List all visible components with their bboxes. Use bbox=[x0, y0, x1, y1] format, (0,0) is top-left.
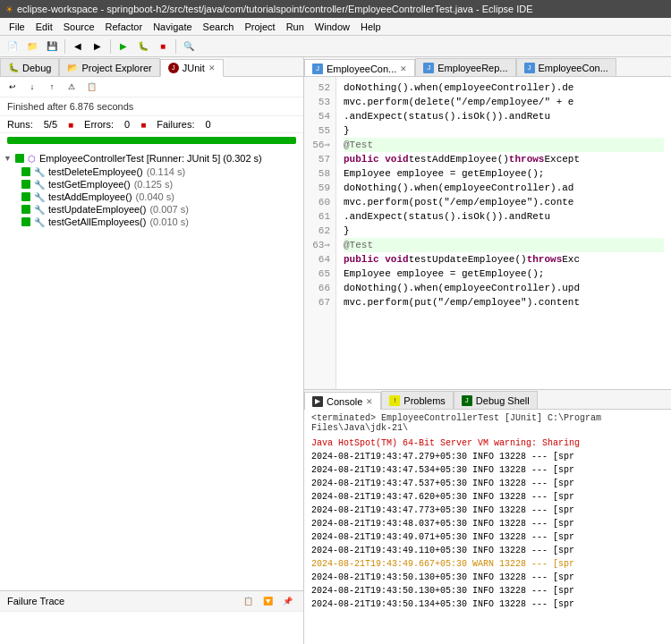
test-delete-status-icon bbox=[21, 167, 30, 176]
menu-help[interactable]: Help bbox=[355, 20, 386, 34]
editor-tab-3[interactable]: J EmployeeCon... bbox=[516, 58, 616, 76]
console-line-5: 2024-08-21T19:43:47.773+05:30 INFO 13228… bbox=[311, 504, 664, 517]
test-case-get[interactable]: 🔧 testGetEmployee() (0.125 s) bbox=[0, 178, 303, 191]
junit-panel: ↩ ↓ ↑ ⚠ 📋 Finished after 6.876 seconds R… bbox=[0, 77, 303, 644]
editor-tab-3-icon: J bbox=[524, 63, 535, 73]
failure-icon: ■ bbox=[140, 120, 146, 130]
test-case-getall[interactable]: 🔧 testGetAllEmployees() (0.010 s) bbox=[0, 216, 303, 228]
toolbar-save-btn[interactable]: 💾 bbox=[43, 38, 61, 55]
toolbar-debug-btn[interactable]: 🐛 bbox=[134, 38, 152, 55]
test-case-add[interactable]: 🔧 testAddEmployee() (0.040 s) bbox=[0, 191, 303, 203]
tab-debug[interactable]: 🐛 Debug bbox=[0, 58, 59, 76]
code-line-59: doNothing().when(employeeController).ad bbox=[344, 181, 664, 195]
failures-label: Failures: bbox=[157, 119, 194, 130]
toolbar-new-btn[interactable]: 📄 bbox=[4, 38, 21, 55]
toolbar-open-btn[interactable]: 📁 bbox=[23, 38, 41, 55]
line-numbers: 52 53 54 55 56⇒ 57 58 59 60 61 62 63⇒ 64… bbox=[304, 77, 336, 389]
project-explorer-icon: 📂 bbox=[67, 63, 78, 72]
console-line-9: 2024-08-21T19:43:49.667+05:30 WARN 13228… bbox=[311, 557, 664, 571]
left-panel-tabs: 🐛 Debug 📂 Project Explorer J JUnit ✕ bbox=[0, 57, 303, 77]
tab-console-close[interactable]: ✕ bbox=[366, 397, 373, 406]
expand-icon: ▼ bbox=[4, 154, 12, 163]
test-add-status-icon bbox=[21, 192, 30, 201]
test-update-label: testUpdateEmployee() bbox=[48, 204, 146, 215]
failure-trace-toolbar: 📋 🔽 📌 bbox=[239, 593, 296, 609]
failure-trace-header: Failure Trace 📋 🔽 📌 bbox=[0, 591, 303, 612]
tab-debug-shell[interactable]: J Debug Shell bbox=[454, 391, 538, 409]
toolbar-back-btn[interactable]: ◀ bbox=[69, 38, 87, 55]
menu-refactor[interactable]: Refactor bbox=[100, 20, 149, 34]
console-line-4: 2024-08-21T19:43:47.620+05:30 INFO 13228… bbox=[311, 490, 664, 504]
toolbar-stop-btn[interactable]: ■ bbox=[154, 38, 172, 55]
tab-problems[interactable]: ! Problems bbox=[381, 391, 453, 409]
failure-trace-filter-btn[interactable]: 🔽 bbox=[259, 593, 276, 609]
console-line-11: 2024-08-21T19:43:50.130+05:30 INFO 13228… bbox=[311, 584, 664, 597]
failure-trace-pin-btn[interactable]: 📌 bbox=[278, 593, 296, 609]
left-panel: 🐛 Debug 📂 Project Explorer J JUnit ✕ ↩ ↓… bbox=[0, 57, 304, 644]
code-line-55: } bbox=[344, 123, 664, 138]
progress-bar bbox=[7, 137, 296, 144]
failures-value: 0 bbox=[205, 119, 210, 130]
code-line-52: doNothing().when(employeeController).de bbox=[344, 80, 664, 95]
debug-icon: 🐛 bbox=[8, 63, 19, 72]
junit-next-failure-btn[interactable]: ↓ bbox=[23, 79, 41, 95]
editor-tab-2[interactable]: J EmployeeRep... bbox=[415, 58, 515, 76]
tab-project-explorer[interactable]: 📂 Project Explorer bbox=[59, 58, 159, 76]
tab-junit-label: JUnit bbox=[183, 63, 205, 73]
failure-trace-copy-btn[interactable]: 📋 bbox=[239, 593, 257, 609]
runs-label: Runs: bbox=[7, 119, 33, 130]
tab-junit[interactable]: J JUnit ✕ bbox=[160, 59, 224, 77]
errors-label: Errors: bbox=[84, 119, 114, 130]
test-get-status-icon bbox=[21, 180, 30, 189]
test-get-time: (0.125 s) bbox=[134, 179, 173, 190]
toolbar-search-btn[interactable]: 🔍 bbox=[180, 38, 198, 55]
runs-value: 5/5 bbox=[44, 119, 57, 130]
junit-history-btn[interactable]: 📋 bbox=[82, 79, 100, 95]
menu-run[interactable]: Run bbox=[281, 20, 310, 34]
tab-console[interactable]: ▶ Console ✕ bbox=[304, 392, 381, 410]
console-line-6: 2024-08-21T19:43:48.037+05:30 INFO 13228… bbox=[311, 517, 664, 530]
menu-file[interactable]: File bbox=[4, 20, 30, 34]
menu-source[interactable]: Source bbox=[58, 20, 100, 34]
toolbar: 📄 📁 💾 ◀ ▶ ▶ 🐛 ■ 🔍 bbox=[0, 36, 671, 57]
code-line-62: } bbox=[344, 224, 664, 238]
menu-project[interactable]: Project bbox=[239, 20, 280, 34]
console-line-8: 2024-08-21T19:43:49.110+05:30 INFO 13228… bbox=[311, 544, 664, 557]
console-line-2: 2024-08-21T19:43:47.534+05:30 INFO 13228… bbox=[311, 463, 664, 477]
junit-icon: J bbox=[168, 63, 179, 73]
junit-finished-text: Finished after 6.876 seconds bbox=[7, 101, 133, 112]
error-icon: ■ bbox=[68, 120, 73, 130]
test-add-time: (0.040 s) bbox=[136, 191, 174, 202]
toolbar-forward-btn[interactable]: ▶ bbox=[89, 38, 106, 55]
console-line-7: 2024-08-21T19:43:49.071+05:30 INFO 13228… bbox=[311, 530, 664, 544]
code-line-67: mvc.perform(put("/emp/employee").content bbox=[344, 295, 664, 309]
tab-project-explorer-label: Project Explorer bbox=[81, 63, 151, 73]
junit-show-failures-btn[interactable]: ⚠ bbox=[63, 79, 81, 95]
code-line-64: public void testUpdateEmployee() throws … bbox=[344, 252, 664, 267]
test-suite-row[interactable]: ▼ ⬡ EmployeeControllerTest [Runner: JUni… bbox=[0, 151, 303, 165]
menu-search[interactable]: Search bbox=[198, 20, 240, 34]
junit-prev-failure-btn[interactable]: ↑ bbox=[43, 79, 61, 95]
code-line-61: .andExpect(status().isOk()).andRetu bbox=[344, 209, 664, 224]
code-line-53: mvc.perform(delete("/emp/employee/" + e bbox=[344, 95, 664, 109]
code-content[interactable]: doNothing().when(employeeController).de … bbox=[336, 77, 671, 389]
test-case-update[interactable]: 🔧 testUpdateEmployee() (0.007 s) bbox=[0, 203, 303, 216]
tab-junit-close[interactable]: ✕ bbox=[208, 64, 216, 72]
editor-tab-1[interactable]: J EmployeeCon... ✕ bbox=[304, 59, 415, 77]
menu-navigate[interactable]: Navigate bbox=[148, 20, 197, 34]
toolbar-sep-1 bbox=[64, 39, 65, 54]
test-tree: ▼ ⬡ EmployeeControllerTest [Runner: JUni… bbox=[0, 148, 303, 590]
test-update-status-icon bbox=[21, 205, 30, 214]
eclipse-icon: ☀ bbox=[5, 4, 13, 14]
menu-window[interactable]: Window bbox=[310, 20, 355, 34]
problems-icon: ! bbox=[389, 395, 400, 406]
menu-edit[interactable]: Edit bbox=[30, 20, 58, 34]
toolbar-run-btn[interactable]: ▶ bbox=[115, 38, 132, 55]
test-case-delete[interactable]: 🔧 testDeleteEmployee() (0.114 s) bbox=[0, 165, 303, 178]
junit-rerun-btn[interactable]: ↩ bbox=[4, 79, 21, 95]
toolbar-sep-2 bbox=[110, 39, 111, 54]
bottom-tabs: ▶ Console ✕ ! Problems J Debug Shell bbox=[304, 390, 671, 410]
junit-panel-toolbar: ↩ ↓ ↑ ⚠ 📋 bbox=[0, 77, 303, 97]
editor-tab-1-close[interactable]: ✕ bbox=[400, 64, 407, 73]
editor-tabs: J EmployeeCon... ✕ J EmployeeRep... J Em… bbox=[304, 57, 671, 77]
